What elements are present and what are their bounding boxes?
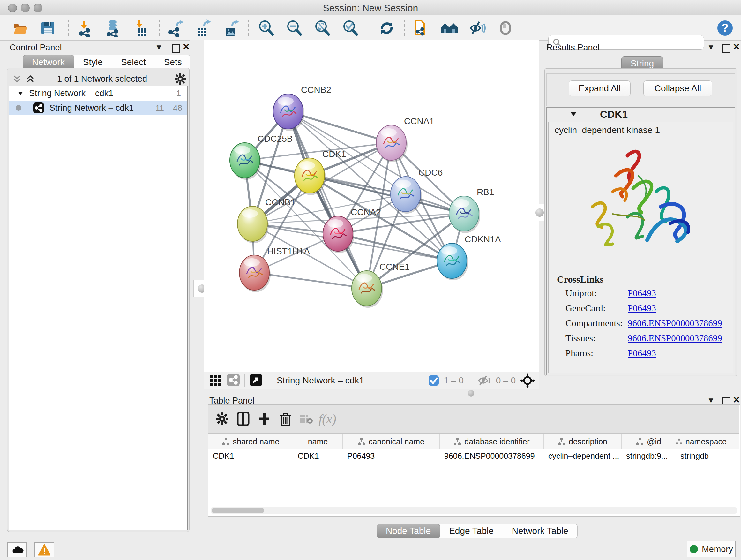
gray-sphere-icon (497, 20, 514, 36)
column-header-label: database identifier (464, 437, 529, 446)
horizontal-splitter-handle[interactable] (468, 390, 474, 396)
table-tab-node-table[interactable]: Node Table (377, 523, 440, 538)
cloud-status-button[interactable] (7, 542, 27, 557)
zoom-out-button[interactable] (285, 19, 303, 37)
network-panel-options-button[interactable] (174, 73, 186, 86)
table-cell[interactable]: 9606.ENSP00000378699 (440, 449, 544, 463)
table-panel-close-icon[interactable]: ✕ (733, 395, 740, 405)
network-node-hist1h1a[interactable]: HIST1H1A (239, 246, 310, 292)
table-cell[interactable]: P06493 (343, 449, 440, 463)
expand-all-button[interactable]: Expand All (569, 80, 630, 97)
collapse-all-networks-button[interactable] (12, 74, 22, 85)
warning-icon (38, 544, 51, 556)
node-label-ccna2: CCNA2 (351, 207, 381, 217)
column-header-name[interactable]: name (293, 434, 343, 449)
export-table-button[interactable] (194, 19, 212, 37)
protein-collapse-button[interactable] (569, 110, 578, 119)
expand-all-networks-button[interactable] (25, 74, 35, 85)
control-panel-menu-icon[interactable]: ▼ (155, 43, 163, 52)
crosslink-link[interactable]: P06493 (628, 303, 656, 314)
network-share-view-button[interactable] (226, 373, 240, 388)
crosslink-row: Pharos:P06493 (565, 348, 731, 359)
table-row[interactable]: CDK1CDK1P064939606.ENSP00000378699cyclin… (208, 449, 739, 463)
column-header-shared-name[interactable]: shared name (208, 434, 293, 449)
main-toolbar: ? (0, 15, 741, 41)
hidden-eye-icon[interactable] (477, 375, 491, 386)
export-image-button[interactable] (222, 19, 240, 37)
table-panel-menu-icon[interactable]: ▼ (707, 396, 715, 405)
string-home-button[interactable] (441, 19, 458, 37)
save-session-button[interactable] (39, 19, 57, 37)
network-node-ccnb1[interactable]: CCNB1 (238, 197, 295, 243)
network-edge-ccna2-cdkn1a (338, 234, 452, 261)
results-panel-menu-icon[interactable]: ▼ (707, 43, 715, 52)
control-panel-float-icon[interactable] (172, 44, 180, 53)
zoom-selected-button[interactable] (341, 19, 359, 37)
protein-name: CDK1 (600, 109, 628, 120)
refresh-button[interactable] (378, 19, 396, 37)
crosslink-link[interactable]: 9606.ENSP00000378699 (628, 333, 722, 344)
zoom-fit-icon (313, 19, 331, 37)
table-horizontal-scrollbar[interactable] (211, 507, 737, 514)
network-node-ccne1[interactable]: CCNE1 (352, 262, 410, 308)
import-network-file-button[interactable] (77, 19, 94, 37)
selected-checkbox-icon[interactable] (428, 375, 439, 386)
table-tab-network-table[interactable]: Network Table (502, 523, 578, 538)
import-network-file-icon (77, 19, 94, 37)
results-panel-float-icon[interactable] (722, 44, 731, 53)
column-header-description[interactable]: description (544, 434, 622, 449)
birdseye-view-button[interactable] (249, 373, 263, 388)
network-graph[interactable]: CCNB2CCNA1CDC25BCDK1CDC6RB1CCNB1CCNA2CDK… (204, 40, 539, 372)
open-session-button[interactable] (11, 19, 29, 37)
hide-panels-button[interactable] (468, 19, 486, 37)
fit-crosshair-icon[interactable] (520, 373, 535, 388)
zoom-selected-icon (341, 19, 359, 37)
crosslink-label: Pharos: (565, 348, 628, 359)
tree-expander-icon[interactable] (17, 90, 24, 97)
results-panel-close-icon[interactable]: ✕ (733, 42, 740, 52)
grid-view-button[interactable] (209, 374, 222, 388)
column-attribute-icon (222, 438, 230, 445)
table-cell[interactable]: CDK1 (208, 449, 293, 463)
table-cell[interactable]: stringdb (676, 449, 727, 463)
delete-column-button[interactable] (275, 409, 296, 428)
network-view-toolbar: String Network – cdk1 1 – 0 0 – 0 (204, 372, 539, 389)
column-header-label: name (308, 437, 328, 446)
export-network-button[interactable] (166, 19, 185, 37)
clone-network-button[interactable] (412, 19, 430, 37)
network-node-cdkn1a[interactable]: CDKN1A (437, 234, 501, 280)
column-header-namespace[interactable]: namespace (676, 434, 727, 449)
table-cell[interactable]: stringdb:9... (622, 449, 676, 463)
control-panel-close-icon[interactable]: ✕ (183, 42, 190, 52)
column-header-database-identifier[interactable]: database identifier (440, 434, 544, 449)
table-cell[interactable]: cyclin–dependent ... (544, 449, 622, 463)
zoom-fit-button[interactable] (313, 19, 331, 37)
node-label-ccnb2: CCNB2 (301, 85, 331, 95)
import-table-button[interactable] (132, 19, 150, 37)
table-settings-button[interactable] (212, 409, 232, 428)
table-scrollbar-thumb[interactable] (212, 508, 264, 513)
crosslink-link[interactable]: P06493 (628, 288, 656, 299)
network-node-rb1[interactable]: RB1 (449, 187, 494, 233)
crosslink-link[interactable]: P06493 (628, 348, 656, 359)
add-column-button[interactable] (254, 409, 275, 428)
crosslink-label: Uniprot: (565, 288, 628, 299)
import-network-database-button[interactable] (104, 19, 122, 37)
window-title: Session: New Session (0, 3, 741, 13)
show-columns-button[interactable] (232, 409, 254, 428)
grid-icon (209, 374, 222, 386)
warnings-status-button[interactable] (35, 542, 54, 557)
table-cell[interactable]: CDK1 (293, 449, 343, 463)
network-tree-row-selected[interactable]: String Network – cdk1 11 48 (9, 101, 187, 115)
network-tree-root-row[interactable]: String Network – cdk1 1 (9, 86, 187, 101)
table-tab-edge-table[interactable]: Edge Table (440, 523, 503, 538)
crosslink-link[interactable]: 9606.ENSP00000378699 (628, 318, 722, 328)
column-header-@id[interactable]: @id (622, 434, 676, 449)
help-button[interactable]: ? (716, 19, 734, 37)
zoom-in-button[interactable] (257, 19, 275, 37)
column-header-canonical-name[interactable]: canonical name (343, 434, 440, 449)
collapse-all-button[interactable]: Collapse All (643, 80, 712, 97)
open-folder-icon (12, 20, 29, 37)
memory-button[interactable]: Memory (687, 541, 736, 557)
inspect-button[interactable] (496, 19, 515, 37)
